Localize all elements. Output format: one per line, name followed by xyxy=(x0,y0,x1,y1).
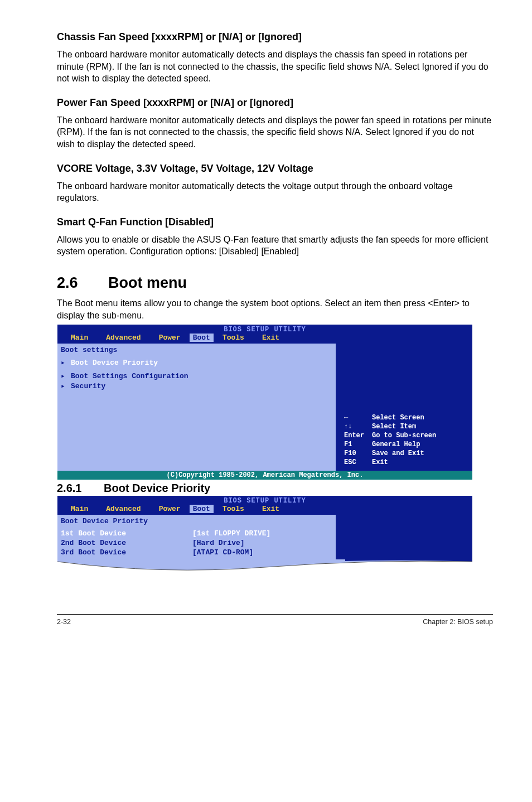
chevron-right-icon: ▸ xyxy=(61,371,71,380)
bios-title: BIOS SETUP UTILITY xyxy=(57,325,472,334)
bios-item-boot-settings-config[interactable]: ▸Boot Settings Configuration xyxy=(61,371,332,381)
bios-title: BIOS SETUP UTILITY xyxy=(57,496,472,505)
bios-menu-boot[interactable]: Boot xyxy=(190,334,214,342)
bios-screenshot-boot-settings: BIOS SETUP UTILITY Main Advanced Power B… xyxy=(57,325,472,480)
bios-menubar: Main Advanced Power Boot Tools Exit xyxy=(57,505,472,515)
help-key: F1 xyxy=(343,441,370,448)
bios-menu-power[interactable]: Power xyxy=(150,505,190,513)
bios-menu-exit[interactable]: Exit xyxy=(253,505,288,513)
para-chassis-fan: The onboard hardware monitor automatical… xyxy=(57,49,493,85)
bios-row-label: 3rd Boot Device xyxy=(61,548,192,557)
bios-menu-advanced[interactable]: Advanced xyxy=(97,334,149,342)
bios-menubar: Main Advanced Power Boot Tools Exit xyxy=(57,334,472,344)
bios-item-label: Boot Device Priority xyxy=(71,359,158,367)
bios-menu-tools[interactable]: Tools xyxy=(214,505,253,513)
heading-qfan: Smart Q-Fan Function [Disabled] xyxy=(57,216,493,228)
footer-chapter: Chapter 2: BIOS setup xyxy=(423,618,493,626)
bios-right-pane: ←Select Screen ↑↓Select Item EnterGo to … xyxy=(336,344,472,471)
heading-chassis-fan: Chassis Fan Speed [xxxxRPM] or [N/A] or … xyxy=(57,31,493,43)
bios-screenshot-boot-device-priority: BIOS SETUP UTILITY Main Advanced Power B… xyxy=(57,496,472,559)
help-key: ESC xyxy=(343,458,370,466)
bios-pane-heading: Boot settings xyxy=(61,346,332,354)
bios-row-3rd-boot[interactable]: 3rd Boot Device [ATAPI CD-ROM] xyxy=(61,548,332,557)
bios-row-value: [Hard Drive] xyxy=(192,539,245,547)
help-desc: Exit xyxy=(371,458,437,466)
bios-left-pane: Boot Device Priority 1st Boot Device [1s… xyxy=(57,515,336,559)
bios-menu-main[interactable]: Main xyxy=(62,334,97,342)
bios-row-1st-boot[interactable]: 1st Boot Device [1st FLOPPY DRIVE] xyxy=(61,529,332,538)
bios-row-label: 1st Boot Device xyxy=(61,529,192,538)
help-desc: Go to Sub-screen xyxy=(371,432,437,439)
bios-menu-boot[interactable]: Boot xyxy=(190,505,214,513)
chevron-right-icon: ▸ xyxy=(61,358,71,367)
bios-row-value: [ATAPI CD-ROM] xyxy=(192,548,253,557)
bios-menu-exit[interactable]: Exit xyxy=(253,334,288,342)
help-desc: Select Screen xyxy=(371,414,437,422)
bios-item-security[interactable]: ▸Security xyxy=(61,381,332,391)
subsection-number: 2.6.1 xyxy=(57,482,104,495)
help-desc: General Help xyxy=(371,441,437,448)
chevron-right-icon: ▸ xyxy=(61,381,71,390)
bios-menu-advanced[interactable]: Advanced xyxy=(97,505,149,513)
bios-right-pane xyxy=(336,515,472,559)
para-boot-intro: The Boot menu items allow you to change … xyxy=(57,297,493,321)
bios-menu-power[interactable]: Power xyxy=(150,334,190,342)
para-power-fan: The onboard hardware monitor automatical… xyxy=(57,114,493,151)
bios-pane-heading: Boot Device Priority xyxy=(61,517,332,525)
help-desc: Save and Exit xyxy=(371,450,437,457)
bios-item-label: Security xyxy=(71,382,105,390)
para-qfan: Allows you to enable or disable the ASUS… xyxy=(57,234,493,258)
section-number: 2.6 xyxy=(57,274,108,292)
help-desc: Select Item xyxy=(371,423,437,431)
section-title: Boot menu xyxy=(108,274,187,291)
help-key: F10 xyxy=(343,450,370,457)
bios-help-keys: ←Select Screen ↑↓Select Item EnterGo to … xyxy=(342,413,438,467)
heading-power-fan: Power Fan Speed [xxxxRPM] or [N/A] or [I… xyxy=(57,97,493,109)
page-curl-decoration xyxy=(57,559,472,575)
bios-left-pane: Boot settings ▸Boot Device Priority ▸Boo… xyxy=(57,344,336,471)
footer-rule xyxy=(57,614,493,615)
help-key: Enter xyxy=(343,432,370,439)
bios-menu-main[interactable]: Main xyxy=(62,505,97,513)
footer-page-number: 2-32 xyxy=(57,618,71,626)
bios-copyright: (C)Copyright 1985-2002, American Megatre… xyxy=(57,471,472,480)
section-boot-menu: 2.6Boot menu xyxy=(57,274,493,292)
subsection-title: Boot Device Priority xyxy=(104,482,210,494)
subsection-boot-device-priority: 2.6.1Boot Device Priority xyxy=(57,482,493,495)
bios-row-value: [1st FLOPPY DRIVE] xyxy=(192,529,270,538)
bios-item-boot-device-priority[interactable]: ▸Boot Device Priority xyxy=(61,357,332,368)
bios-menu-tools[interactable]: Tools xyxy=(214,334,253,342)
help-key: ← xyxy=(343,414,370,422)
bios-item-label: Boot Settings Configuration xyxy=(71,372,188,380)
help-key: ↑↓ xyxy=(343,423,370,431)
para-vcore: The onboard hardware monitor automatical… xyxy=(57,180,493,204)
bios-row-label: 2nd Boot Device xyxy=(61,539,192,547)
bios-row-2nd-boot[interactable]: 2nd Boot Device [Hard Drive] xyxy=(61,538,332,548)
heading-vcore: VCORE Voltage, 3.3V Voltage, 5V Voltage,… xyxy=(57,163,493,175)
